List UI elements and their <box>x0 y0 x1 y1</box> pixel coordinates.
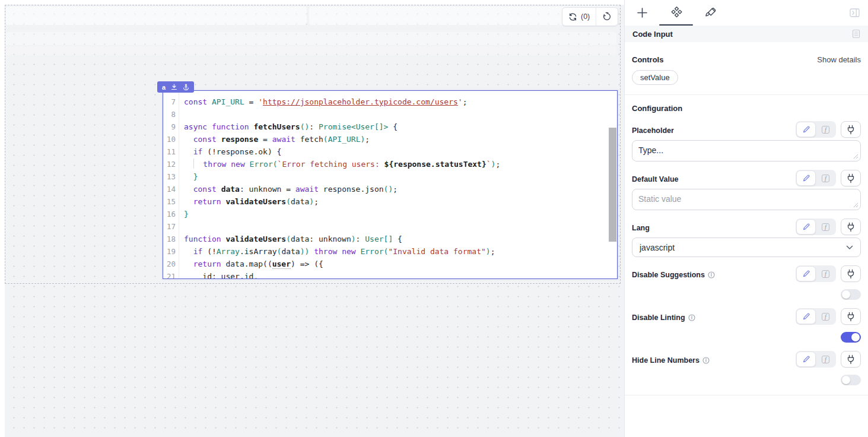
editor-canvas[interactable]: (0) a <box>0 0 624 437</box>
line-number: 8 <box>163 108 179 121</box>
config-field-lang: Langfjavascript <box>632 217 861 257</box>
code-line[interactable]: 21 id: user.id, <box>163 270 617 278</box>
pencil-icon-button[interactable] <box>796 219 816 235</box>
field-controls: f <box>796 218 861 235</box>
sync-button-group: (0) <box>562 7 618 26</box>
configuration-fields: PlaceholderfType...Default ValuefStatic … <box>632 120 861 385</box>
code-line[interactable]: 11 if (!response.ok) { <box>163 145 617 158</box>
widget-name-toolbar[interactable]: a <box>157 81 194 93</box>
code-input-widget[interactable]: 67const API_URL = 'https://jsonplacehold… <box>163 90 618 279</box>
line-number: 16 <box>163 208 179 220</box>
method-setvalue[interactable]: setValue <box>632 70 678 85</box>
function-icon-button[interactable]: f <box>816 309 835 324</box>
plug-button[interactable] <box>841 218 861 235</box>
line-number: 20 <box>163 258 179 270</box>
code-line[interactable]: 20 return data.map((user) => ({ <box>163 258 617 270</box>
code-line[interactable]: 10 const response = await fetch(API_URL)… <box>163 133 617 145</box>
active-tab-indicator <box>659 24 693 26</box>
plug-button[interactable] <box>841 308 861 325</box>
pencil-icon <box>802 125 810 134</box>
anchor-icon[interactable] <box>183 84 189 90</box>
history-button[interactable] <box>596 8 618 26</box>
canvas-band <box>5 32 616 45</box>
code-text: id: user.id, <box>179 270 258 278</box>
function-icon-button[interactable]: f <box>816 219 835 235</box>
history-icon <box>602 12 612 21</box>
field-label: Default Value <box>632 175 679 186</box>
code-text: if (!response.ok) { <box>179 145 281 158</box>
plug-button[interactable] <box>841 121 861 138</box>
default-value-input[interactable]: Static value <box>632 189 861 210</box>
function-icon-button[interactable]: f <box>816 266 835 281</box>
pencil-icon-button[interactable] <box>796 309 816 324</box>
code-text: return validateUsers(data); <box>179 195 319 208</box>
hide-line-numbers-toggle[interactable] <box>841 375 861 385</box>
function-icon: f <box>822 175 829 182</box>
sync-button[interactable]: (0) <box>562 8 596 26</box>
collapse-panel-button[interactable] <box>850 8 860 17</box>
add-widget-tab[interactable] <box>636 7 648 19</box>
function-icon-button[interactable]: f <box>816 122 835 137</box>
field-controls: f <box>796 265 861 282</box>
pencil-icon-button[interactable] <box>796 170 816 186</box>
info-icon[interactable] <box>702 357 710 364</box>
pencil-icon-button[interactable] <box>796 122 816 137</box>
code-editor[interactable]: 67const API_URL = 'https://jsonplacehold… <box>163 91 617 278</box>
pencil-icon-button[interactable] <box>796 352 816 367</box>
plug-button[interactable] <box>841 351 861 368</box>
style-tab[interactable] <box>705 7 717 19</box>
function-icon-button[interactable]: f <box>816 352 835 367</box>
insert-below-icon[interactable] <box>171 84 177 90</box>
function-icon: f <box>822 313 829 321</box>
code-line[interactable]: 16} <box>163 208 617 220</box>
plug-icon <box>846 125 856 135</box>
disable-linting-toggle[interactable] <box>841 332 861 343</box>
sync-icon <box>568 12 577 21</box>
code-line[interactable]: 17 <box>163 220 617 233</box>
content-tab[interactable] <box>670 7 682 19</box>
plug-button[interactable] <box>841 265 861 282</box>
field-label: Placeholder <box>632 126 674 138</box>
code-line[interactable]: 12 throw new Error(`Error fetching users… <box>163 158 617 170</box>
code-line[interactable]: 14 const data: unknown = await response.… <box>163 183 617 195</box>
binding-mode-switch: f <box>796 170 836 186</box>
resize-handle-icon[interactable] <box>853 202 859 208</box>
configuration-title: Configuration <box>632 104 861 113</box>
plug-icon <box>846 312 856 322</box>
code-line[interactable]: 13 } <box>163 170 617 183</box>
code-line[interactable]: 8 <box>163 108 617 121</box>
canvas-band <box>5 46 616 55</box>
widget-name-label: a <box>162 84 166 91</box>
pencil-icon-button[interactable] <box>796 266 816 281</box>
docs-icon[interactable] <box>852 29 860 39</box>
binding-mode-switch: f <box>796 351 836 368</box>
line-number: 10 <box>163 133 179 145</box>
show-details-link[interactable]: Show details <box>817 55 861 64</box>
widget-title-bar: Code Input <box>625 26 868 42</box>
code-text: throw new Error(`Error fetching users: $… <box>179 158 500 170</box>
code-line[interactable]: 6 <box>163 91 617 96</box>
editor-scrollbar[interactable] <box>609 128 616 242</box>
plug-button[interactable] <box>841 170 861 186</box>
disable-suggestions-toggle[interactable] <box>841 289 861 300</box>
field-controls: f <box>796 308 861 325</box>
code-line[interactable]: 18function validateUsers(data: unknown):… <box>163 233 617 245</box>
controls-methods: setValue <box>632 64 861 85</box>
code-text <box>179 220 184 233</box>
divider <box>625 395 868 395</box>
resize-handle-icon[interactable] <box>853 154 859 159</box>
info-icon[interactable] <box>688 314 695 321</box>
code-text: return data.map((user) => ({ <box>179 258 323 270</box>
placeholder-input[interactable]: Type... <box>632 140 861 162</box>
line-number: 12 <box>163 158 179 170</box>
info-icon[interactable] <box>708 271 715 278</box>
field-label: Lang <box>632 224 650 235</box>
code-line[interactable]: 15 return validateUsers(data); <box>163 195 617 208</box>
function-icon-button[interactable]: f <box>816 170 835 186</box>
lang-select[interactable]: javascript <box>632 238 861 257</box>
plug-icon <box>846 269 856 279</box>
code-line[interactable]: 9async function fetchUsers(): Promise<Us… <box>163 121 617 133</box>
code-line[interactable]: 19 if (!Array.isArray(data)) throw new E… <box>163 245 617 258</box>
code-line[interactable]: 7const API_URL = 'https://jsonplaceholde… <box>163 96 617 108</box>
toggle-knob <box>851 333 860 341</box>
